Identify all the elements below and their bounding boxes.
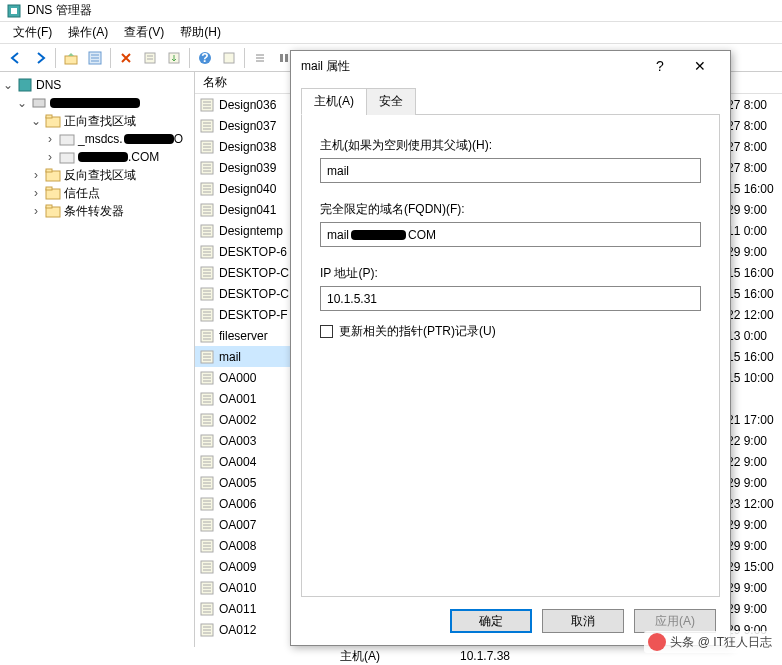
export-button[interactable] [163, 47, 185, 69]
dialog-title-bar[interactable]: mail 属性 ? ✕ [291, 51, 730, 81]
zone-icon [59, 131, 75, 147]
svg-rect-7 [145, 53, 155, 63]
record-icon [199, 601, 215, 617]
svg-rect-1 [11, 8, 17, 14]
help-button[interactable]: ? [194, 47, 216, 69]
host-input[interactable] [320, 158, 701, 183]
timestamp-cell: 27 8:00 [727, 157, 782, 178]
menu-help[interactable]: 帮助(H) [172, 22, 229, 43]
record-name: Designtemp [219, 224, 283, 238]
record-icon [199, 202, 215, 218]
host-label: 主机(如果为空则使用其父域)(H): [320, 137, 701, 154]
expand-icon[interactable]: › [30, 204, 42, 218]
expand-icon[interactable]: › [30, 168, 42, 182]
menu-action[interactable]: 操作(A) [60, 22, 116, 43]
ip-label: IP 地址(P): [320, 265, 701, 282]
folder-icon [45, 185, 61, 201]
record-name: OA010 [219, 581, 256, 595]
timestamp-cell: 13 0:00 [727, 325, 782, 346]
timestamp-cell: 29 15:00 [727, 556, 782, 577]
record-name: OA005 [219, 476, 256, 490]
cancel-button[interactable]: 取消 [542, 609, 624, 633]
svg-text:?: ? [201, 51, 208, 65]
timestamp-cell: 11 0:00 [727, 220, 782, 241]
record-icon [199, 517, 215, 533]
record-icon [199, 181, 215, 197]
server-icon [31, 95, 47, 111]
app-icon [6, 3, 22, 19]
record-icon [199, 118, 215, 134]
timestamp-cell [727, 388, 782, 409]
record-name: OA009 [219, 560, 256, 574]
record-name: mail [219, 350, 241, 364]
svg-rect-2 [65, 56, 77, 64]
delete-button[interactable] [115, 47, 137, 69]
record-name: OA001 [219, 392, 256, 406]
record-name: OA003 [219, 434, 256, 448]
timestamp-cell: 22 9:00 [727, 430, 782, 451]
record-name: DESKTOP-C [219, 266, 289, 280]
record-name: Design041 [219, 203, 276, 217]
tab-security[interactable]: 安全 [366, 88, 416, 115]
refresh-button[interactable] [218, 47, 240, 69]
svg-rect-18 [285, 54, 288, 62]
record-icon [199, 349, 215, 365]
menu-view[interactable]: 查看(V) [116, 22, 172, 43]
record-name: OA007 [219, 518, 256, 532]
timestamp-cell: 29 9:00 [727, 472, 782, 493]
record-name: DESKTOP-6 [219, 245, 287, 259]
timestamp-cell: 22 12:00 [727, 304, 782, 325]
tab-host[interactable]: 主机(A) [301, 88, 367, 115]
timestamp-cell: 23 12:00 [727, 493, 782, 514]
checkbox-icon[interactable] [320, 325, 333, 338]
folder-icon [45, 203, 61, 219]
tree-forward-zone[interactable]: ⌄ 正向查找区域 [2, 112, 192, 130]
properties-button[interactable] [139, 47, 161, 69]
record-name: OA000 [219, 371, 256, 385]
collapse-icon[interactable]: ⌄ [30, 114, 42, 128]
tree-reverse-zone[interactable]: › 反向查找区域 [2, 166, 192, 184]
timestamp-cell: 29 9:00 [727, 241, 782, 262]
tab-strip: 主机(A) 安全 [301, 87, 720, 115]
collapse-icon[interactable]: ⌄ [2, 78, 14, 92]
window-title-bar: DNS 管理器 [0, 0, 782, 22]
fqdn-input: mailCOM [320, 222, 701, 247]
record-icon [199, 496, 215, 512]
timestamp-cell: 15 16:00 [727, 262, 782, 283]
record-icon [199, 622, 215, 638]
ok-button[interactable]: 确定 [450, 609, 532, 633]
menu-file[interactable]: 文件(F) [5, 22, 60, 43]
tree-zone[interactable]: › .COM [2, 148, 192, 166]
back-button[interactable] [5, 47, 27, 69]
tree-server[interactable]: ⌄ [2, 94, 192, 112]
ptr-checkbox-row[interactable]: 更新相关的指针(PTR)记录(U) [320, 323, 701, 340]
tree-conditional[interactable]: › 条件转发器 [2, 202, 192, 220]
forward-button[interactable] [29, 47, 51, 69]
svg-rect-26 [46, 169, 52, 172]
timestamp-cell: 29 9:00 [727, 577, 782, 598]
tree-msdcs[interactable]: › _msdcs.O [2, 130, 192, 148]
properties-dialog: mail 属性 ? ✕ 主机(A) 安全 主机(如果为空则使用其父域)(H): … [290, 50, 731, 646]
tree-root[interactable]: ⌄ DNS [2, 76, 192, 94]
expand-icon[interactable]: › [44, 150, 56, 164]
detail-button[interactable] [84, 47, 106, 69]
expand-icon[interactable]: › [44, 132, 56, 146]
svg-rect-24 [60, 153, 74, 163]
svg-rect-28 [46, 187, 52, 190]
list-view-button[interactable] [249, 47, 271, 69]
apply-button[interactable]: 应用(A) [634, 609, 716, 633]
close-button[interactable]: ✕ [680, 58, 720, 74]
record-name: DESKTOP-C [219, 287, 289, 301]
record-name: DESKTOP-F [219, 308, 287, 322]
ip-input[interactable] [320, 286, 701, 311]
up-button[interactable] [60, 47, 82, 69]
timestamp-cell: 29 9:00 [727, 514, 782, 535]
tree-trust[interactable]: › 信任点 [2, 184, 192, 202]
timestamp-cell: 15 10:00 [727, 367, 782, 388]
record-icon [199, 223, 215, 239]
expand-icon[interactable]: › [30, 186, 42, 200]
dns-icon [17, 77, 33, 93]
collapse-icon[interactable]: ⌄ [16, 96, 28, 110]
status-type: 主机(A) [300, 648, 420, 665]
help-button[interactable]: ? [640, 58, 680, 74]
